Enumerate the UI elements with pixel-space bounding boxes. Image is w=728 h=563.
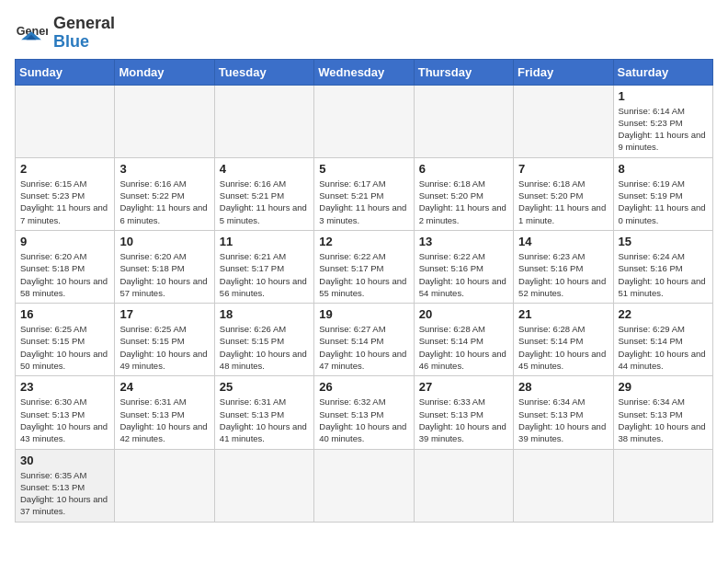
- day-info: Sunrise: 6:26 AM Sunset: 5:15 PM Dayligh…: [220, 323, 309, 372]
- calendar-day-cell: 11Sunrise: 6:21 AM Sunset: 5:17 PM Dayli…: [214, 230, 313, 303]
- day-number: 9: [20, 235, 109, 248]
- day-info: Sunrise: 6:24 AM Sunset: 5:16 PM Dayligh…: [619, 250, 708, 299]
- day-info: Sunrise: 6:19 AM Sunset: 5:19 PM Dayligh…: [619, 178, 708, 226]
- day-number: 30: [20, 454, 109, 467]
- day-number: 25: [220, 380, 309, 394]
- calendar-day-cell: [314, 449, 414, 522]
- calendar-day-cell: 14Sunrise: 6:23 AM Sunset: 5:16 PM Dayli…: [514, 230, 613, 303]
- day-number: 12: [319, 235, 408, 248]
- day-info: Sunrise: 6:20 AM Sunset: 5:18 PM Dayligh…: [20, 250, 109, 299]
- weekday-header-wednesday: Wednesday: [314, 59, 414, 85]
- calendar-day-cell: 30Sunrise: 6:35 AM Sunset: 5:13 PM Dayli…: [16, 449, 115, 522]
- day-info: Sunrise: 6:23 AM Sunset: 5:16 PM Dayligh…: [518, 250, 608, 299]
- weekday-header-sunday: Sunday: [16, 59, 115, 85]
- day-number: 27: [419, 380, 508, 394]
- logo-text: GeneralBlue: [53, 15, 115, 52]
- calendar-day-cell: 19Sunrise: 6:27 AM Sunset: 5:14 PM Dayli…: [314, 304, 414, 376]
- calendar-day-cell: 2Sunrise: 6:15 AM Sunset: 5:23 PM Daylig…: [16, 157, 115, 230]
- day-info: Sunrise: 6:28 AM Sunset: 5:14 PM Dayligh…: [419, 323, 508, 372]
- weekday-header-thursday: Thursday: [414, 59, 513, 85]
- day-number: 5: [319, 162, 408, 176]
- day-info: Sunrise: 6:16 AM Sunset: 5:22 PM Dayligh…: [119, 178, 209, 226]
- calendar-day-cell: [16, 85, 115, 157]
- day-number: 10: [119, 235, 209, 248]
- weekday-header-tuesday: Tuesday: [214, 59, 313, 85]
- calendar-day-cell: 22Sunrise: 6:29 AM Sunset: 5:14 PM Dayli…: [613, 304, 712, 376]
- calendar-day-cell: 20Sunrise: 6:28 AM Sunset: 5:14 PM Dayli…: [414, 304, 513, 376]
- calendar-day-cell: [414, 449, 513, 522]
- calendar-day-cell: 23Sunrise: 6:30 AM Sunset: 5:13 PM Dayli…: [16, 376, 115, 449]
- day-number: 18: [220, 307, 309, 321]
- day-info: Sunrise: 6:29 AM Sunset: 5:14 PM Dayligh…: [619, 323, 708, 372]
- calendar-day-cell: 1Sunrise: 6:14 AM Sunset: 5:23 PM Daylig…: [613, 85, 712, 157]
- day-number: 20: [419, 307, 508, 321]
- calendar-table: SundayMondayTuesdayWednesdayThursdayFrid…: [15, 59, 713, 523]
- day-info: Sunrise: 6:30 AM Sunset: 5:13 PM Dayligh…: [20, 396, 109, 444]
- day-number: 23: [20, 380, 109, 394]
- day-number: 1: [619, 89, 708, 103]
- day-info: Sunrise: 6:22 AM Sunset: 5:16 PM Dayligh…: [419, 250, 508, 299]
- day-number: 16: [20, 307, 109, 321]
- calendar-day-cell: [613, 449, 712, 522]
- calendar-week-row: 2Sunrise: 6:15 AM Sunset: 5:23 PM Daylig…: [16, 157, 713, 230]
- day-info: Sunrise: 6:28 AM Sunset: 5:14 PM Dayligh…: [518, 323, 608, 372]
- calendar-day-cell: 3Sunrise: 6:16 AM Sunset: 5:22 PM Daylig…: [115, 157, 214, 230]
- calendar-day-cell: 24Sunrise: 6:31 AM Sunset: 5:13 PM Dayli…: [115, 376, 214, 449]
- calendar-day-cell: [115, 449, 214, 522]
- calendar-day-cell: 7Sunrise: 6:18 AM Sunset: 5:20 PM Daylig…: [514, 157, 613, 230]
- calendar-day-cell: 5Sunrise: 6:17 AM Sunset: 5:21 PM Daylig…: [314, 157, 414, 230]
- day-number: 4: [220, 162, 309, 176]
- day-number: 24: [119, 380, 209, 394]
- day-info: Sunrise: 6:32 AM Sunset: 5:13 PM Dayligh…: [319, 396, 408, 444]
- day-info: Sunrise: 6:18 AM Sunset: 5:20 PM Dayligh…: [419, 178, 508, 226]
- weekday-header-saturday: Saturday: [613, 59, 712, 85]
- calendar-day-cell: 21Sunrise: 6:28 AM Sunset: 5:14 PM Dayli…: [514, 304, 613, 376]
- calendar-day-cell: 18Sunrise: 6:26 AM Sunset: 5:15 PM Dayli…: [214, 304, 313, 376]
- calendar-day-cell: 12Sunrise: 6:22 AM Sunset: 5:17 PM Dayli…: [314, 230, 414, 303]
- calendar-day-cell: 4Sunrise: 6:16 AM Sunset: 5:21 PM Daylig…: [214, 157, 313, 230]
- day-number: 3: [119, 162, 209, 176]
- day-info: Sunrise: 6:14 AM Sunset: 5:23 PM Dayligh…: [619, 105, 708, 154]
- calendar-day-cell: 25Sunrise: 6:31 AM Sunset: 5:13 PM Dayli…: [214, 376, 313, 449]
- calendar-day-cell: [214, 85, 313, 157]
- day-number: 29: [619, 380, 708, 394]
- calendar-day-cell: [314, 85, 414, 157]
- day-number: 15: [619, 235, 708, 248]
- calendar-day-cell: 8Sunrise: 6:19 AM Sunset: 5:19 PM Daylig…: [613, 157, 712, 230]
- day-info: Sunrise: 6:15 AM Sunset: 5:23 PM Dayligh…: [20, 178, 109, 226]
- day-info: Sunrise: 6:31 AM Sunset: 5:13 PM Dayligh…: [119, 396, 209, 444]
- day-number: 26: [319, 380, 408, 394]
- day-info: Sunrise: 6:35 AM Sunset: 5:13 PM Dayligh…: [20, 469, 109, 518]
- calendar-day-cell: 28Sunrise: 6:34 AM Sunset: 5:13 PM Dayli…: [514, 376, 613, 449]
- day-info: Sunrise: 6:17 AM Sunset: 5:21 PM Dayligh…: [319, 178, 408, 226]
- calendar-day-cell: 17Sunrise: 6:25 AM Sunset: 5:15 PM Dayli…: [115, 304, 214, 376]
- day-number: 17: [119, 307, 209, 321]
- calendar-day-cell: [115, 85, 214, 157]
- calendar-day-cell: 26Sunrise: 6:32 AM Sunset: 5:13 PM Dayli…: [314, 376, 414, 449]
- calendar-day-cell: [514, 85, 613, 157]
- day-number: 6: [419, 162, 508, 176]
- day-info: Sunrise: 6:25 AM Sunset: 5:15 PM Dayligh…: [119, 323, 209, 372]
- day-number: 19: [319, 307, 408, 321]
- weekday-header-row: SundayMondayTuesdayWednesdayThursdayFrid…: [16, 59, 713, 85]
- calendar-week-row: 23Sunrise: 6:30 AM Sunset: 5:13 PM Dayli…: [16, 376, 713, 449]
- day-info: Sunrise: 6:21 AM Sunset: 5:17 PM Dayligh…: [220, 250, 309, 299]
- calendar-week-row: 30Sunrise: 6:35 AM Sunset: 5:13 PM Dayli…: [16, 449, 713, 522]
- logo: General GeneralBlue: [15, 15, 115, 52]
- day-number: 11: [220, 235, 309, 248]
- calendar-week-row: 9Sunrise: 6:20 AM Sunset: 5:18 PM Daylig…: [16, 230, 713, 303]
- day-number: 22: [619, 307, 708, 321]
- day-number: 8: [619, 162, 708, 176]
- generalblue-logo-icon: General: [15, 17, 48, 50]
- day-number: 2: [20, 162, 109, 176]
- day-info: Sunrise: 6:34 AM Sunset: 5:13 PM Dayligh…: [518, 396, 608, 444]
- weekday-header-friday: Friday: [514, 59, 613, 85]
- calendar-day-cell: 13Sunrise: 6:22 AM Sunset: 5:16 PM Dayli…: [414, 230, 513, 303]
- calendar-day-cell: [514, 449, 613, 522]
- day-info: Sunrise: 6:20 AM Sunset: 5:18 PM Dayligh…: [119, 250, 209, 299]
- day-info: Sunrise: 6:16 AM Sunset: 5:21 PM Dayligh…: [220, 178, 309, 226]
- calendar-day-cell: [414, 85, 513, 157]
- day-number: 28: [518, 380, 608, 394]
- calendar-day-cell: 10Sunrise: 6:20 AM Sunset: 5:18 PM Dayli…: [115, 230, 214, 303]
- calendar-day-cell: 9Sunrise: 6:20 AM Sunset: 5:18 PM Daylig…: [16, 230, 115, 303]
